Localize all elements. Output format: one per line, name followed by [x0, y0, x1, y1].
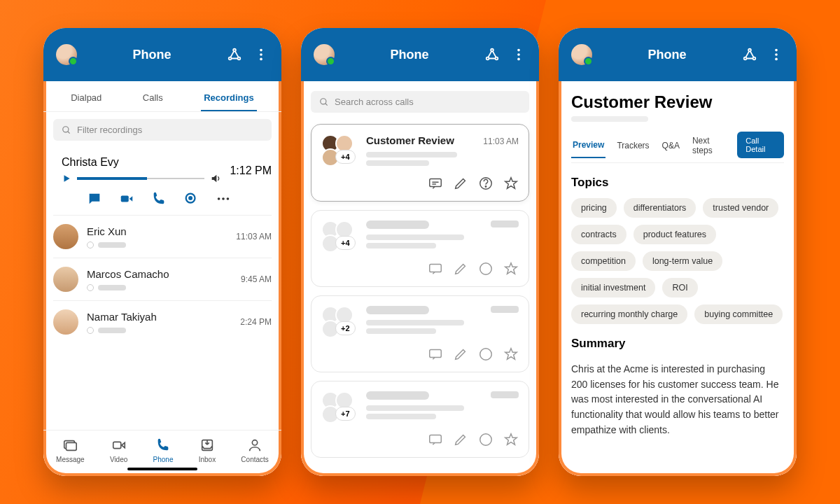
nav-inbox[interactable]: Inbox [199, 438, 216, 463]
topic-chip[interactable]: ROI [662, 278, 697, 298]
topic-chip[interactable]: competition [571, 251, 636, 271]
contact-name: Marcos Camacho [87, 268, 169, 280]
tab-recordings[interactable]: Recordings [201, 88, 257, 111]
contact-avatar [53, 224, 78, 249]
help-icon[interactable] [478, 176, 493, 191]
playback-progress[interactable] [62, 173, 221, 184]
star-icon[interactable] [503, 261, 519, 276]
svg-point-19 [496, 57, 498, 60]
phone-screen-calls: Phone Search across calls +4 Customer Re… [301, 28, 539, 476]
tab-next-steps[interactable]: Next steps [691, 132, 727, 162]
participants-avatars: +7 [321, 391, 359, 425]
edit-icon[interactable] [453, 261, 468, 276]
summary-text: Chris at the Acme is interested in purch… [571, 362, 784, 438]
play-icon[interactable] [62, 174, 71, 183]
help-icon[interactable] [478, 346, 493, 362]
call-card-selected[interactable]: +4 Customer Review 11:03 AM [311, 124, 529, 202]
recording-row[interactable]: Namar Takiyah 2:24 PM [53, 301, 272, 343]
call-card[interactable]: +2 [311, 295, 529, 372]
nav-message[interactable]: Message [56, 438, 85, 463]
recording-row[interactable]: Eric Xun 11:03 AM [53, 216, 272, 258]
tab-calls[interactable]: Calls [140, 88, 166, 111]
call-card[interactable]: +7 [311, 381, 529, 458]
tab-preview[interactable]: Preview [571, 136, 606, 158]
topic-chip[interactable]: long-term value [643, 251, 722, 271]
recording-time: 11:03 AM [236, 232, 272, 241]
network-icon[interactable] [227, 47, 242, 62]
profile-avatar[interactable] [571, 44, 592, 65]
filter-recordings-input[interactable]: Filter recordings [53, 119, 272, 141]
topic-chip[interactable]: buying committee [694, 304, 783, 324]
svg-point-26 [485, 186, 486, 187]
svg-point-11 [222, 197, 225, 200]
more-vertical-icon[interactable] [511, 47, 526, 62]
message-icon [62, 438, 78, 453]
svg-rect-7 [121, 195, 129, 202]
overflow-count: +4 [335, 150, 356, 164]
topic-chip[interactable]: differentiators [624, 198, 696, 218]
overflow-count: +7 [335, 407, 356, 421]
tab-trackers[interactable]: Trackers [615, 136, 650, 158]
summary-heading: Summary [571, 337, 784, 351]
volume-icon[interactable] [210, 173, 221, 184]
contact-avatar [53, 267, 78, 292]
svg-point-36 [775, 49, 778, 52]
phone-nav-icon [155, 438, 171, 453]
filter-placeholder: Filter recordings [77, 125, 142, 135]
topic-chip[interactable]: pricing [571, 198, 617, 218]
edit-icon[interactable] [453, 346, 468, 362]
tab-dialpad[interactable]: Dialpad [68, 88, 104, 111]
star-icon[interactable] [503, 346, 519, 362]
topic-chip[interactable]: product features [634, 225, 716, 244]
recording-time: 2:24 PM [240, 317, 272, 327]
help-icon[interactable] [478, 261, 493, 276]
app-header: Phone [301, 28, 539, 81]
nav-video[interactable]: Video [110, 438, 127, 463]
more-horizontal-icon[interactable] [216, 191, 231, 206]
search-action-icon[interactable] [183, 191, 199, 206]
recording-row[interactable]: Marcos Camacho 9:45 AM [53, 258, 272, 301]
call-card[interactable]: +4 [311, 210, 529, 287]
call-title: Customer Review [366, 134, 454, 146]
topic-chip[interactable]: initial investment [571, 278, 655, 298]
network-icon[interactable] [484, 47, 500, 62]
nav-contacts[interactable]: Contacts [241, 438, 268, 463]
call-time: 11:03 AM [483, 136, 519, 146]
topic-chip[interactable]: recurring monthly charge [571, 304, 687, 324]
star-icon[interactable] [503, 432, 519, 447]
tab-qa[interactable]: Q&A [661, 136, 681, 158]
topic-chip[interactable]: contracts [571, 225, 626, 244]
topic-chip[interactable]: trusted vendor [703, 198, 778, 218]
comment-icon[interactable] [428, 176, 443, 191]
call-detail-button[interactable]: Call Detail [737, 132, 784, 158]
edit-icon[interactable] [453, 432, 468, 447]
comment-icon[interactable] [428, 261, 443, 276]
chat-icon[interactable] [87, 191, 102, 206]
nav-phone[interactable]: Phone [153, 438, 174, 463]
star-icon[interactable] [503, 176, 519, 191]
phone-icon[interactable] [151, 191, 167, 206]
network-icon[interactable] [742, 47, 757, 62]
svg-rect-24 [430, 179, 442, 187]
edit-icon[interactable] [453, 176, 468, 191]
contact-name: Christa Evy [62, 156, 221, 169]
home-indicator [127, 468, 197, 470]
inbox-icon [200, 438, 215, 453]
detail-tabs: Preview Trackers Q&A Next steps Call Det… [571, 132, 784, 163]
video-icon[interactable] [119, 191, 134, 206]
recording-row-expanded[interactable]: Christa Evy 1:12 PM [53, 148, 272, 216]
comment-icon[interactable] [428, 432, 443, 447]
search-calls-input[interactable]: Search across calls [311, 91, 529, 113]
svg-point-21 [517, 53, 520, 56]
profile-avatar[interactable] [56, 44, 77, 65]
magnify-icon [319, 97, 329, 107]
svg-point-37 [775, 53, 778, 56]
svg-point-3 [260, 49, 262, 52]
profile-avatar[interactable] [314, 44, 335, 65]
more-vertical-icon[interactable] [769, 47, 784, 62]
header-title: Phone [390, 48, 428, 62]
svg-rect-31 [430, 435, 442, 443]
comment-icon[interactable] [428, 346, 443, 362]
more-vertical-icon[interactable] [253, 47, 269, 62]
help-icon[interactable] [478, 432, 493, 447]
